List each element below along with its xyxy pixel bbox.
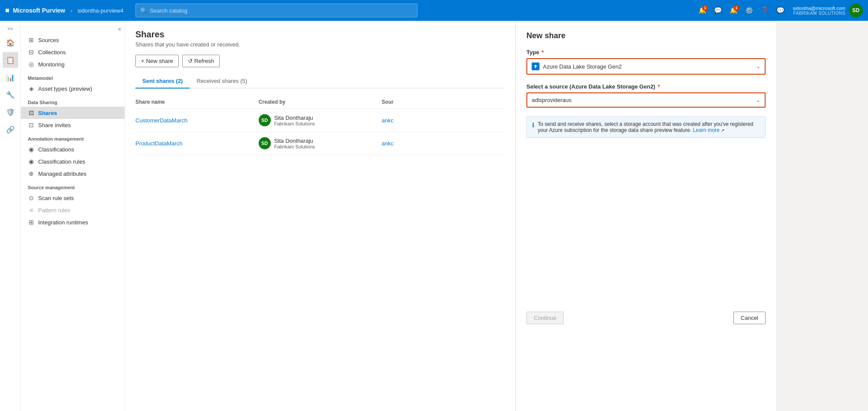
page-subtitle: Shares that you have created or received… [135, 41, 505, 48]
icon-rail: >> 🏠 📋 📊 🔧 🛡️ 🔗 [0, 21, 21, 411]
source-field: Select a source (Azure Data Lake Storage… [526, 83, 766, 108]
share-name-link[interactable]: CustomerDataMarch [135, 117, 187, 124]
asset-types-icon: ◈ [28, 85, 35, 92]
sidebar-item-monitoring[interactable]: ◎ Monitoring [21, 58, 125, 70]
tab-sent-shares[interactable]: Sent shares (2) [135, 74, 190, 89]
type-selected-option: Azure Data Lake Storage Gen2 [532, 62, 621, 70]
integration-runtimes-icon: ⊞ [28, 219, 35, 226]
creator-org: Fabrikam Solutions [274, 144, 315, 149]
col-source: Sour [381, 99, 505, 105]
creator-org: Fabrikam Solutions [274, 121, 315, 126]
source-mgmt-section-label: Source management [21, 180, 125, 192]
sidebar-item-classification-rules[interactable]: ◉ Classification rules [21, 155, 125, 168]
search-bar[interactable]: 🔍 [135, 3, 418, 17]
user-profile[interactable]: sidontha@microsoft.com Fabrikam Solution… [793, 3, 863, 17]
collapse-icon[interactable]: « [118, 26, 121, 32]
learn-more-link[interactable]: Learn more [693, 127, 720, 133]
app-instance: sidontha-purview4 [78, 7, 124, 14]
type-required-mark: * [540, 49, 544, 56]
sidebar-item-label: Asset types (preview) [38, 85, 92, 92]
cancel-button[interactable]: Cancel [733, 312, 766, 324]
classification-rules-icon: ◉ [28, 158, 35, 165]
rail-catalog-icon[interactable]: 📋 [3, 52, 18, 68]
sidebar-item-shares[interactable]: ⊡ Shares [21, 107, 125, 119]
user-org: Fabrikam Solutions [793, 11, 845, 16]
info-box: ℹ To send and receive shares, select a s… [526, 116, 766, 138]
type-label: Type * [526, 49, 766, 56]
share-name-cell: CustomerDataMarch [135, 117, 259, 124]
rail-home-icon[interactable]: 🏠 [3, 35, 18, 50]
toolbar: + New share ↺ Refresh [135, 55, 505, 67]
brand-logo: ■ [5, 7, 10, 14]
external-link-icon: ↗ [721, 128, 724, 133]
notification-1-button[interactable]: 🔔1 [696, 3, 710, 17]
top-navigation: ■ Microsoft Purview › sidontha-purview4 … [0, 0, 868, 21]
plus-icon: + [141, 58, 145, 64]
sidebar-collapse[interactable]: « [21, 24, 125, 34]
sidebar-item-scan-rule-sets[interactable]: ⊙ Scan rule sets [21, 192, 125, 204]
continue-button[interactable]: Continue [526, 312, 564, 324]
sidebar-item-asset-types[interactable]: ◈ Asset types (preview) [21, 82, 125, 95]
panel-title: New share [526, 31, 766, 40]
search-input[interactable] [150, 7, 413, 14]
metamodel-section-label: Metamodel [21, 70, 125, 82]
creator-avatar: SD [259, 137, 271, 149]
sidebar-item-collections[interactable]: ⊟ Collections [21, 46, 125, 58]
tab-received-shares[interactable]: Received shares (5) [190, 74, 254, 89]
sidebar-item-managed-attributes[interactable]: ⊕ Managed attributes [21, 168, 125, 180]
tab-sent-label: Sent shares (2) [142, 78, 183, 84]
source-required-mark: * [656, 83, 660, 90]
collections-icon: ⊟ [28, 49, 35, 56]
rail-expand-toggle[interactable]: >> [6, 24, 15, 33]
monitoring-icon: ◎ [28, 61, 35, 68]
sidebar-item-label: Scan rule sets [38, 195, 74, 201]
type-field: Type * Azure Data Lake Storage Gen2 ⌄ [526, 49, 766, 75]
sidebar-item-sources[interactable]: ⊞ Sources [21, 34, 125, 46]
creator-name: Sita Dontharaju [274, 138, 315, 144]
type-dropdown[interactable]: Azure Data Lake Storage Gen2 ⌄ [526, 58, 766, 75]
share-name-cell: ProductDataMarch [135, 140, 259, 147]
creator-name: Sita Dontharaju [274, 115, 315, 121]
table-row: ProductDataMarch SD Sita Dontharaju Fabr… [135, 132, 505, 155]
notification-2-button[interactable]: 🔔1 [727, 3, 741, 17]
new-share-label: New share [146, 58, 173, 64]
col-created-by: Created by [259, 99, 382, 105]
source-selected-option: adlsprovideraus [532, 97, 572, 103]
rail-share-icon[interactable]: 🔗 [3, 122, 18, 137]
source-link[interactable]: ankc [381, 140, 393, 147]
creator-avatar: SD [259, 114, 271, 126]
nav-icons: 🔔1 💬 🔔1 ⚙️ ❓ 💬 sidontha@microsoft.com Fa… [696, 3, 863, 17]
sidebar-item-share-invites[interactable]: ⊡ Share invites [21, 119, 125, 131]
source-link[interactable]: ankc [381, 117, 393, 124]
app-brand: Microsoft Purview [13, 7, 66, 14]
refresh-button[interactable]: ↺ Refresh [182, 55, 220, 67]
sidebar-item-integration-runtimes[interactable]: ⊞ Integration runtimes [21, 216, 125, 228]
help-icon-button[interactable]: ❓ [758, 3, 772, 17]
page-title: Shares [135, 30, 505, 39]
source-label: Select a source (Azure Data Lake Storage… [526, 83, 766, 90]
feedback-icon-button[interactable]: 💬 [774, 3, 788, 17]
user-info: sidontha@microsoft.com Fabrikam Solution… [793, 6, 845, 16]
sidebar: « ⊞ Sources ⊟ Collections ◎ Monitoring M… [21, 21, 125, 411]
sidebar-item-label: Share invites [38, 122, 71, 128]
sidebar-item-label: Shares [38, 110, 57, 116]
rail-insights-icon[interactable]: 📊 [3, 69, 18, 85]
shares-page: Shares Shares that you have created or r… [125, 21, 516, 411]
tabs-bar: Sent shares (2) Received shares (5) [135, 74, 505, 89]
chat-icon-button[interactable]: 💬 [711, 3, 725, 17]
creator-cell: SD Sita Dontharaju Fabrikam Solutions [259, 137, 382, 149]
sidebar-item-label: Monitoring [38, 61, 65, 68]
share-name-link[interactable]: ProductDataMarch [135, 140, 182, 147]
creator-info: Sita Dontharaju Fabrikam Solutions [274, 138, 315, 149]
sidebar-item-pattern-rules[interactable]: ≡ Pattern rules [21, 204, 125, 216]
sidebar-item-classifications[interactable]: ◉ Classifications [21, 143, 125, 155]
new-share-button[interactable]: + New share [135, 55, 179, 67]
refresh-label: Refresh [194, 58, 214, 64]
adls-icon [532, 62, 539, 70]
source-chevron-icon: ⌄ [756, 97, 760, 103]
source-dropdown[interactable]: adlsprovideraus ⌄ [526, 92, 766, 108]
rail-manage-icon[interactable]: 🔧 [3, 87, 18, 102]
settings-icon-button[interactable]: ⚙️ [743, 3, 756, 17]
rail-policy-icon[interactable]: 🛡️ [3, 104, 18, 120]
pattern-rules-icon: ≡ [28, 207, 35, 214]
